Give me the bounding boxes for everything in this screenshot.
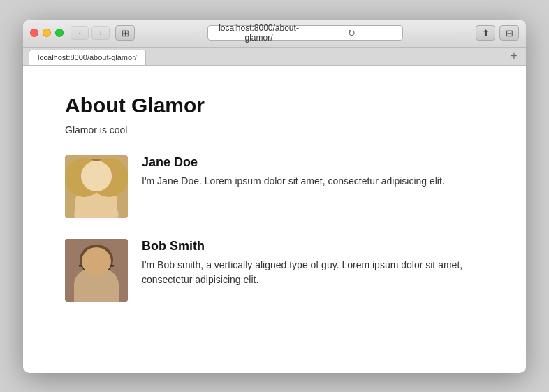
reload-button[interactable]: ↻ bbox=[307, 27, 397, 38]
title-bar: ‹ › ⊞ localhost:8000/about-glamor/ ↻ ⬆ ⊟ bbox=[23, 20, 526, 48]
active-tab[interactable]: localhost:8000/about-glamor/ bbox=[29, 50, 146, 65]
svg-point-6 bbox=[89, 180, 94, 183]
svg-rect-16 bbox=[98, 262, 110, 270]
maximize-button[interactable] bbox=[55, 29, 64, 37]
avatar-bob bbox=[65, 239, 128, 302]
svg-rect-0 bbox=[65, 155, 128, 218]
nav-buttons: ‹ › bbox=[71, 26, 110, 40]
svg-rect-18 bbox=[79, 265, 85, 267]
forward-button[interactable]: › bbox=[92, 26, 110, 40]
svg-point-9 bbox=[74, 201, 119, 218]
sidebar-toggle-button[interactable]: ⊞ bbox=[115, 25, 135, 41]
url-text: localhost:8000/about-glamor/ bbox=[214, 23, 304, 43]
forward-icon: › bbox=[99, 29, 102, 37]
svg-rect-15 bbox=[83, 262, 94, 270]
svg-point-11 bbox=[80, 245, 113, 275]
traffic-lights bbox=[30, 29, 64, 37]
svg-point-7 bbox=[99, 180, 103, 183]
person-info-bob: Bob Smith I'm Bob smith, a vertically al… bbox=[142, 239, 484, 287]
svg-point-13 bbox=[83, 252, 110, 282]
person-card-bob: Bob Smith I'm Bob smith, a vertically al… bbox=[65, 239, 484, 302]
minimize-button[interactable] bbox=[43, 29, 51, 37]
back-icon: ‹ bbox=[78, 29, 81, 37]
tab-bar: localhost:8000/about-glamor/ + bbox=[23, 48, 526, 66]
plus-icon: + bbox=[511, 50, 517, 61]
person-name-bob: Bob Smith bbox=[142, 239, 484, 254]
new-tab-add-button[interactable]: + bbox=[508, 50, 520, 62]
svg-point-3 bbox=[82, 168, 110, 198]
browser-window: ‹ › ⊞ localhost:8000/about-glamor/ ↻ ⬆ ⊟ bbox=[23, 20, 526, 373]
svg-rect-10 bbox=[65, 239, 128, 302]
person-card-jane: Jane Doe I'm Jane Doe. Lorem ipsum dolor… bbox=[65, 155, 484, 218]
svg-rect-2 bbox=[91, 194, 102, 204]
svg-point-14 bbox=[87, 270, 106, 281]
svg-rect-17 bbox=[94, 265, 98, 267]
toolbar-right: ⬆ ⊟ bbox=[476, 25, 519, 41]
share-icon: ⬆ bbox=[482, 28, 490, 38]
person-bio-jane: I'm Jane Doe. Lorem ipsum dolor sit amet… bbox=[142, 174, 484, 189]
bob-smith-avatar-svg bbox=[65, 239, 128, 302]
address-bar[interactable]: localhost:8000/about-glamor/ ↻ bbox=[207, 25, 403, 41]
back-button[interactable]: ‹ bbox=[71, 26, 89, 40]
svg-point-8 bbox=[95, 184, 98, 187]
jane-doe-avatar-svg bbox=[65, 155, 128, 218]
page-subtitle: Glamor is cool bbox=[65, 124, 484, 136]
share-button[interactable]: ⬆ bbox=[476, 25, 495, 41]
new-tab-button[interactable]: ⊟ bbox=[499, 25, 519, 41]
page-content: About Glamor Glamor is cool bbox=[23, 66, 526, 373]
sidebar-icon: ⊞ bbox=[122, 28, 129, 38]
avatar-jane bbox=[65, 155, 128, 218]
person-name-jane: Jane Doe bbox=[142, 155, 484, 170]
person-info-jane: Jane Doe I'm Jane Doe. Lorem ipsum dolor… bbox=[142, 155, 484, 189]
close-button[interactable] bbox=[30, 29, 38, 37]
tab-label: localhost:8000/about-glamor/ bbox=[38, 53, 137, 61]
page-title: About Glamor bbox=[65, 94, 484, 117]
svg-point-22 bbox=[95, 270, 98, 273]
svg-rect-19 bbox=[108, 265, 114, 267]
person-bio-bob: I'm Bob smith, a vertically aligned type… bbox=[142, 258, 484, 287]
svg-point-21 bbox=[100, 263, 104, 266]
svg-point-20 bbox=[85, 263, 89, 266]
svg-rect-12 bbox=[92, 277, 101, 287]
new-window-icon: ⊟ bbox=[506, 28, 513, 38]
address-bar-container: localhost:8000/about-glamor/ ↻ bbox=[142, 25, 469, 41]
